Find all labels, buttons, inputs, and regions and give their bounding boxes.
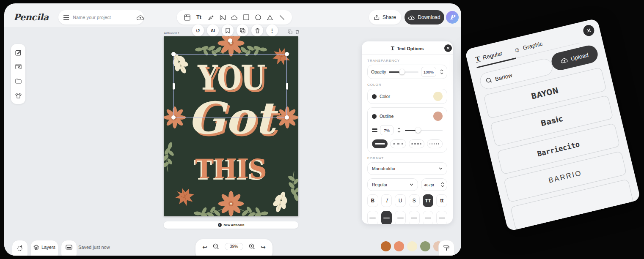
align-button-6[interactable]: [436, 211, 447, 224]
edit-icon[interactable]: [14, 48, 22, 57]
font-weight-select[interactable]: Regular: [367, 178, 418, 191]
bookmark-button[interactable]: [222, 25, 234, 36]
align-button-5[interactable]: [423, 211, 434, 224]
font-weight-value: Regular: [372, 182, 388, 187]
poster-text-line3[interactable]: THIS: [169, 155, 293, 183]
duplicate-artboard-icon[interactable]: [288, 30, 292, 34]
cloud-save-icon[interactable]: [137, 15, 144, 20]
image-tool-icon[interactable]: [218, 13, 227, 22]
project-name-input[interactable]: [73, 15, 133, 20]
fill-color-control[interactable]: Color: [367, 89, 447, 104]
templates-icon[interactable]: [14, 63, 22, 71]
opacity-value[interactable]: 100%: [421, 67, 436, 77]
lowercase-button[interactable]: tt: [436, 194, 447, 207]
font-search-input[interactable]: [494, 65, 541, 82]
selection-box[interactable]: [173, 54, 287, 117]
layers-label: Layers: [41, 245, 55, 250]
opacity-slider[interactable]: [389, 71, 418, 73]
underline-button[interactable]: U: [395, 194, 406, 207]
color-swatch-3[interactable]: [407, 241, 417, 251]
font-size-control[interactable]: 467pt: [421, 178, 447, 191]
zoom-level[interactable]: 39%: [225, 243, 243, 250]
uppercase-button[interactable]: TT: [423, 194, 434, 207]
triangle-tool-icon[interactable]: [265, 13, 275, 22]
tab-regular[interactable]: T Regular: [475, 50, 503, 63]
opacity-stepper[interactable]: [440, 69, 443, 74]
artboard-label[interactable]: Artboard 1: [164, 31, 179, 35]
new-artboard-button[interactable]: + New Artboard: [164, 221, 298, 229]
stroke-dash-long-button[interactable]: [390, 139, 406, 148]
zoom-in-icon: [249, 243, 255, 250]
menu-icon[interactable]: [63, 15, 69, 20]
color-swatch-2[interactable]: [394, 241, 404, 251]
duplicate-button[interactable]: [237, 25, 248, 36]
ellipse-tool-icon[interactable]: [253, 13, 263, 22]
stroke-dash-short-button[interactable]: [427, 139, 443, 148]
outline-width-value[interactable]: 7%: [380, 125, 394, 135]
align-button-2[interactable]: [381, 211, 392, 224]
font-family-value: Manufraktur: [372, 166, 396, 171]
rectangle-tool-icon[interactable]: [242, 13, 251, 22]
fill-color-swatch[interactable]: [433, 92, 443, 101]
close-panel-button[interactable]: [444, 44, 452, 52]
artboard-corner-actions: [288, 30, 299, 34]
text-tool-icon[interactable]: Tt: [194, 13, 204, 22]
outline-width-stepper[interactable]: [397, 128, 401, 133]
reset-rotation-button[interactable]: ↺: [192, 25, 204, 36]
blob-tool-icon[interactable]: [230, 13, 239, 22]
outline-color-swatch[interactable]: [433, 112, 443, 121]
tab-graphic[interactable]: ☺ Graphic: [513, 40, 543, 54]
avatar[interactable]: P: [446, 11, 459, 24]
duplicate-icon: [240, 28, 245, 33]
outline-width-slider[interactable]: [405, 130, 443, 131]
font-size-stepper[interactable]: [441, 182, 444, 187]
undo-button[interactable]: ↩: [202, 243, 207, 251]
download-button[interactable]: Download: [405, 10, 444, 25]
color-swatch-1[interactable]: [381, 241, 391, 251]
selection-handle-sw[interactable]: [171, 115, 176, 120]
selection-handle-ne[interactable]: [285, 52, 289, 56]
share-button[interactable]: Share: [369, 10, 401, 25]
font-family-select[interactable]: Manufraktur: [367, 162, 447, 175]
text-panel-t-icon: T: [391, 46, 394, 51]
layers-button[interactable]: Layers: [30, 240, 58, 256]
selection-handle-nw[interactable]: [171, 52, 176, 56]
magic-select-button[interactable]: [12, 240, 28, 256]
selection-handle-w[interactable]: [173, 83, 175, 90]
draw-tool-icon[interactable]: [206, 13, 215, 22]
stroke-style-row: [372, 139, 443, 148]
align-button-4[interactable]: [409, 211, 420, 224]
more-options-button[interactable]: ⋮: [266, 25, 278, 36]
color-swatch-4[interactable]: [420, 241, 430, 251]
zoom-in-button[interactable]: [249, 243, 255, 250]
ai-button[interactable]: AI: [207, 25, 219, 36]
transparency-section-label: TRANSPARENCY: [367, 59, 447, 63]
paint-roller-icon: [443, 245, 449, 251]
paint-style-button[interactable]: [438, 240, 454, 256]
strikethrough-button[interactable]: S: [409, 194, 420, 207]
selection-handle-e[interactable]: [286, 83, 288, 90]
close-icon: [446, 46, 450, 50]
tshirt-icon[interactable]: [14, 91, 22, 100]
folder-icon[interactable]: [14, 77, 22, 85]
shape-toolbar: Tt: [177, 10, 292, 25]
align-button-3[interactable]: [395, 211, 406, 224]
delete-button[interactable]: [251, 25, 263, 36]
zoom-out-button[interactable]: [213, 243, 219, 250]
line-tool-icon[interactable]: [277, 13, 286, 22]
delete-artboard-icon[interactable]: [295, 30, 299, 34]
align-button-1[interactable]: [367, 211, 378, 224]
graphic-tab-label: Graphic: [522, 41, 543, 52]
selection-handle-se[interactable]: [285, 115, 289, 120]
artboard-tool-icon[interactable]: [182, 13, 192, 22]
stroke-solid-button[interactable]: [372, 139, 388, 148]
redo-button[interactable]: ↪: [261, 243, 266, 251]
close-font-panel-button[interactable]: [582, 24, 595, 37]
smiley-icon: ☺: [513, 46, 521, 54]
italic-button[interactable]: I: [381, 194, 392, 207]
rotation-handle[interactable]: [228, 38, 232, 43]
pages-button[interactable]: [61, 240, 77, 256]
regular-tab-label: Regular: [482, 50, 503, 61]
stroke-dash-medium-button[interactable]: [409, 139, 424, 148]
bold-button[interactable]: B: [367, 194, 378, 207]
